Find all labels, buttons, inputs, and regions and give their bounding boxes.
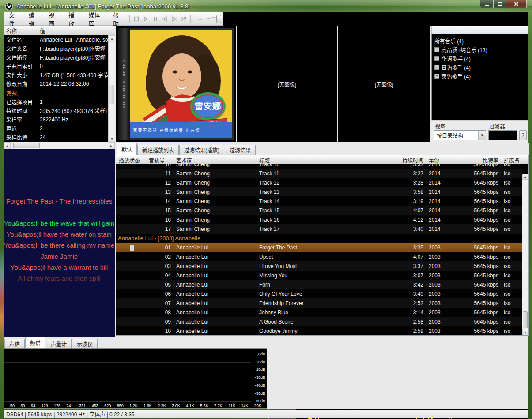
lyrics-panel[interactable]: Forget The Past - The Irrepressibles You… xyxy=(4,149,115,337)
volume-slider-thumb[interactable] xyxy=(216,15,221,23)
property-row[interactable]: 修改日期2014-12-22 08:32:06 xyxy=(4,79,115,88)
db-label: 0dB xyxy=(258,352,265,356)
filter-help-button[interactable]: ? xyxy=(519,130,527,140)
properties-col-value[interactable]: 值 xyxy=(37,26,115,35)
tree-node[interactable]: +日语歌手 (4) xyxy=(437,63,528,72)
playlist-row[interactable]: 16Sammi ChengTrack 164:1220145645 kbpsis… xyxy=(116,215,522,224)
playlist-row[interactable]: 15Sammi ChengTrack 154:0720145645 kbpsis… xyxy=(116,206,522,215)
tree-node-all-music[interactable]: 所有音乐 (4) xyxy=(434,36,528,45)
tree-node[interactable]: +高品质+纯音乐 (13) xyxy=(437,45,528,54)
viz-tab-声量计[interactable]: 声量计 xyxy=(46,339,72,348)
extension-cell: iso xyxy=(501,291,522,297)
properties-scrollbar[interactable]: ▲ ▼ xyxy=(108,35,115,142)
duration-cell: 3:22 xyxy=(394,170,426,177)
property-row[interactable]: 文件名Annabelle Lui - Annabelle.iso xyxy=(4,35,115,44)
artwork-pane-no-image-2[interactable]: [无图像] xyxy=(338,26,430,142)
expand-plus-icon[interactable]: + xyxy=(434,74,439,79)
property-row[interactable]: 文件大小1.47 GB (1 580 433 408 字节) xyxy=(4,70,115,79)
artist-cell: Annabelle Lui xyxy=(174,245,257,251)
viz-tab-频谱[interactable]: 频谱 xyxy=(25,337,45,348)
scrollbar-thumb[interactable] xyxy=(109,85,114,104)
property-row[interactable]: 文件夹名F:\baidu player\[pt80]雷安娜 xyxy=(4,44,115,53)
scrollbar-thumb[interactable] xyxy=(13,143,40,148)
playlist-row[interactable]: 12Sammi ChengTrack 123:2820145645 kbpsis… xyxy=(116,178,522,187)
scroll-left-arrow-icon[interactable]: ◄ xyxy=(4,142,11,149)
playlist-row[interactable]: 13Sammi ChengTrack 133:5820145645 kbpsis… xyxy=(116,187,522,196)
property-row[interactable]: 文件路径F:\baidu player\[pt80]雷安娜 xyxy=(4,53,115,62)
properties-column-header[interactable]: 名称 值 xyxy=(4,26,115,35)
playlist-row[interactable]: 03Annabelle LuiI Love You Most3:37200356… xyxy=(116,261,522,271)
property-row[interactable]: 已选择项目1 xyxy=(4,97,115,106)
playlist-row[interactable]: 14Sammi ChengTrack 143:1920145645 kbpsis… xyxy=(116,196,522,206)
playlist-row[interactable]: 17Sammi ChengTrack 173:4020145645 kbpsis… xyxy=(116,224,522,234)
pause-button[interactable] xyxy=(151,14,160,24)
volume-slider[interactable] xyxy=(195,14,223,24)
playlist-row[interactable]: 10Sammi ChengTrack 103:3320145645 kbpsis… xyxy=(116,164,522,169)
playlist-scrollbar[interactable]: ▲ ▼ xyxy=(522,174,528,335)
playlist-column-2[interactable]: 音轨号 xyxy=(146,155,174,164)
chevron-down-icon[interactable]: ▼ xyxy=(478,131,486,140)
playlist-row[interactable]: 11Sammi ChengTrack 113:2220145645 kbpsis… xyxy=(116,169,522,178)
next-button[interactable] xyxy=(170,14,179,24)
viz-tab-声谱[interactable]: 声谱 xyxy=(4,339,25,348)
property-row[interactable]: 采样比特24 xyxy=(4,132,115,142)
playlist-tab-新建播放列表[interactable]: 新建播放列表 xyxy=(137,145,179,155)
scrollbar-thumb[interactable] xyxy=(523,311,528,328)
playlist-column-6[interactable]: 年份 xyxy=(426,155,452,164)
playlist-column-5[interactable]: 持续时间 xyxy=(394,155,426,164)
playlist-row[interactable]: 10Annabelle LuiGoodbye Jimmy2:5820035645… xyxy=(116,326,522,335)
tree-node[interactable]: +英语歌手 (4) xyxy=(437,72,528,80)
property-row[interactable]: 采样率2822400 Hz xyxy=(4,115,115,124)
playlist-row[interactable]: 01Annabelle LuiForget The Past3:35200356… xyxy=(116,243,522,252)
cover-caption: 舊夢不須記 只想你的愛 山石榴 xyxy=(130,122,232,138)
playlist-row[interactable]: 08Annabelle LuiJohnny Blue3:1420035645 k… xyxy=(116,308,522,317)
playlist-row[interactable]: 04Annabelle LuiMissing You3:0720035645 k… xyxy=(116,271,522,280)
playlist-row[interactable]: 06Annabelle LuiOnly Of Your Love3:492003… xyxy=(116,289,522,298)
expand-plus-icon[interactable]: + xyxy=(434,47,439,52)
property-row[interactable]: 子曲目索引0 xyxy=(4,61,115,71)
view-dropdown[interactable]: 按目录结构 ▼ xyxy=(434,130,486,140)
playlist-row[interactable]: 02Annabelle LuiUpset4:0720035645 kbpsiso xyxy=(116,252,522,261)
svg-text:?: ? xyxy=(184,17,186,22)
artwork-pane-no-image-1[interactable]: [无图像] xyxy=(237,26,337,142)
playlist-column-7[interactable]: 比特率 xyxy=(452,155,501,164)
filter-input[interactable] xyxy=(488,130,517,140)
artist-cell: Sammi Cheng xyxy=(174,198,257,204)
playlist-tab-过滤结果(播放)[interactable]: 过滤结果(播放) xyxy=(179,145,224,155)
minimize-button[interactable] xyxy=(480,0,493,8)
scroll-down-arrow-icon[interactable]: ▼ xyxy=(109,136,115,142)
stop-button[interactable] xyxy=(132,14,141,24)
scroll-right-arrow-icon[interactable]: ► xyxy=(108,142,115,149)
random-button[interactable]: ? xyxy=(179,14,189,24)
expand-plus-icon[interactable]: + xyxy=(434,56,439,61)
property-row[interactable]: 持续时间3:35.240 (607 493 376 采样) xyxy=(4,106,115,115)
scroll-up-arrow-icon[interactable]: ▲ xyxy=(522,174,528,180)
playlist-row[interactable]: 09Annabelle LuiA Good Scene2:5820035645 … xyxy=(116,317,522,326)
playlist-column-3[interactable]: 艺术家 xyxy=(174,155,257,164)
expand-plus-icon[interactable]: + xyxy=(434,65,439,70)
playlist-row[interactable]: 05Annabelle LuiForn3:4220035645 kbpsiso xyxy=(116,280,522,289)
playlist-tab-默认[interactable]: 默认 xyxy=(117,143,137,155)
artist-cell: Annabelle Lui xyxy=(174,272,257,279)
property-row[interactable]: 声道2 xyxy=(4,124,115,133)
scroll-down-arrow-icon[interactable]: ▼ xyxy=(522,329,528,335)
playlist-row[interactable]: 07Annabelle LuiFriendship Forever2:52200… xyxy=(116,298,522,308)
playlist-column-1[interactable]: 播放状态 xyxy=(116,155,146,164)
library-tree[interactable]: 所有音乐 (4) +高品质+纯音乐 (13)+华语歌手 (4)+日语歌手 (4)… xyxy=(431,34,528,120)
freq-label: 331 xyxy=(79,404,86,408)
viz-tab-示波仪[interactable]: 示波仪 xyxy=(72,339,98,348)
properties-horizontal-scrollbar[interactable]: ◄ ► xyxy=(4,142,115,149)
scroll-up-arrow-icon[interactable]: ▲ xyxy=(109,35,115,42)
track-number-cell: 14 xyxy=(146,198,174,204)
play-button[interactable] xyxy=(141,14,151,24)
previous-button[interactable] xyxy=(160,14,170,24)
playlist-column-header[interactable]: 播放状态音轨号艺术家标题持续时间年份比特率扩展名 xyxy=(116,155,528,164)
maximize-button[interactable] xyxy=(493,0,506,8)
properties-col-name[interactable]: 名称 xyxy=(4,26,37,35)
playlist-column-8[interactable]: 扩展名 xyxy=(501,155,522,164)
album-art-panel[interactable]: SUPER AUDIO CD 雷安娜 xyxy=(116,26,236,142)
playlist-column-4[interactable]: 标题 xyxy=(257,155,394,164)
playlist-tab-过滤结果[interactable]: 过滤结果 xyxy=(225,145,256,155)
close-button[interactable] xyxy=(506,0,527,8)
tree-node[interactable]: +华语歌手 (4) xyxy=(437,54,528,63)
